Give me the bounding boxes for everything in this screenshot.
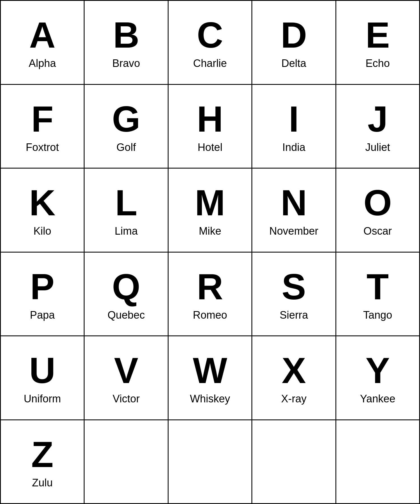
- letter-t: T: [367, 267, 389, 307]
- letter-f: F: [31, 99, 53, 139]
- cell-c: CCharlie: [169, 1, 252, 85]
- cell-d: DDelta: [252, 1, 336, 85]
- cell-o: OOscar: [336, 169, 420, 253]
- word-g: Golf: [116, 141, 136, 153]
- cell-m: MMike: [169, 169, 252, 253]
- letter-c: C: [197, 15, 223, 55]
- cell-a: AAlpha: [1, 1, 85, 85]
- word-h: Hotel: [198, 141, 223, 153]
- word-w: Whiskey: [190, 393, 230, 405]
- letter-g: G: [112, 99, 140, 139]
- letter-o: O: [363, 183, 392, 223]
- word-u: Uniform: [24, 393, 61, 405]
- letter-e: E: [365, 15, 390, 55]
- letter-z: Z: [31, 435, 53, 475]
- cell-q: QQuebec: [85, 253, 168, 337]
- cell-x: XX-ray: [252, 336, 336, 420]
- word-m: Mike: [199, 225, 221, 237]
- letter-k: K: [29, 183, 55, 223]
- cell-f: FFoxtrot: [1, 85, 85, 169]
- letter-i: I: [289, 99, 299, 139]
- cell-j: JJuliet: [336, 85, 420, 169]
- word-k: Kilo: [34, 225, 51, 237]
- cell-i: IIndia: [252, 85, 336, 169]
- word-t: Tango: [363, 309, 392, 321]
- alphabet-grid: AAlphaBBravoCCharlieDDeltaEEchoFFoxtrotG…: [0, 0, 420, 504]
- cell-empty-29: [336, 420, 420, 504]
- cell-r: RRomeo: [169, 253, 252, 337]
- letter-r: R: [197, 267, 223, 307]
- word-p: Papa: [30, 309, 55, 321]
- letter-s: S: [282, 267, 306, 307]
- word-d: Delta: [281, 57, 306, 69]
- word-q: Quebec: [108, 309, 145, 321]
- cell-v: VVictor: [85, 336, 168, 420]
- cell-e: EEcho: [336, 1, 420, 85]
- letter-p: P: [30, 267, 55, 307]
- letter-b: B: [113, 15, 139, 55]
- cell-k: KKilo: [1, 169, 85, 253]
- cell-w: WWhiskey: [169, 336, 252, 420]
- letter-j: J: [368, 99, 388, 139]
- letter-l: L: [115, 183, 137, 223]
- cell-s: SSierra: [252, 253, 336, 337]
- letter-a: A: [29, 15, 55, 55]
- letter-h: H: [197, 99, 223, 139]
- word-y: Yankee: [360, 393, 395, 405]
- letter-w: W: [193, 351, 227, 391]
- letter-q: Q: [112, 267, 140, 307]
- cell-y: YYankee: [336, 336, 420, 420]
- cell-n: NNovember: [252, 169, 336, 253]
- word-e: Echo: [365, 57, 390, 69]
- word-o: Oscar: [363, 225, 392, 237]
- word-f: Foxtrot: [26, 141, 59, 153]
- letter-x: X: [282, 351, 306, 391]
- letter-y: Y: [365, 351, 390, 391]
- cell-empty-26: [85, 420, 168, 504]
- cell-t: TTango: [336, 253, 420, 337]
- letter-d: D: [281, 15, 307, 55]
- word-r: Romeo: [193, 309, 227, 321]
- cell-b: BBravo: [85, 1, 168, 85]
- word-i: India: [282, 141, 305, 153]
- word-j: Juliet: [365, 141, 390, 153]
- word-s: Sierra: [280, 309, 308, 321]
- word-n: November: [269, 225, 318, 237]
- cell-p: PPapa: [1, 253, 85, 337]
- word-l: Lima: [115, 225, 137, 237]
- cell-h: HHotel: [169, 85, 252, 169]
- cell-l: LLima: [85, 169, 168, 253]
- word-x: X-ray: [281, 393, 307, 405]
- word-a: Alpha: [29, 57, 56, 69]
- cell-empty-27: [169, 420, 252, 504]
- cell-u: UUniform: [1, 336, 85, 420]
- letter-v: V: [114, 351, 138, 391]
- word-c: Charlie: [193, 57, 227, 69]
- letter-u: U: [29, 351, 55, 391]
- cell-empty-28: [252, 420, 336, 504]
- letter-m: M: [195, 183, 225, 223]
- word-z: Zulu: [32, 477, 53, 489]
- word-v: Victor: [113, 393, 139, 405]
- cell-g: GGolf: [85, 85, 168, 169]
- letter-n: N: [281, 183, 307, 223]
- word-b: Bravo: [112, 57, 140, 69]
- cell-z: ZZulu: [1, 420, 85, 504]
